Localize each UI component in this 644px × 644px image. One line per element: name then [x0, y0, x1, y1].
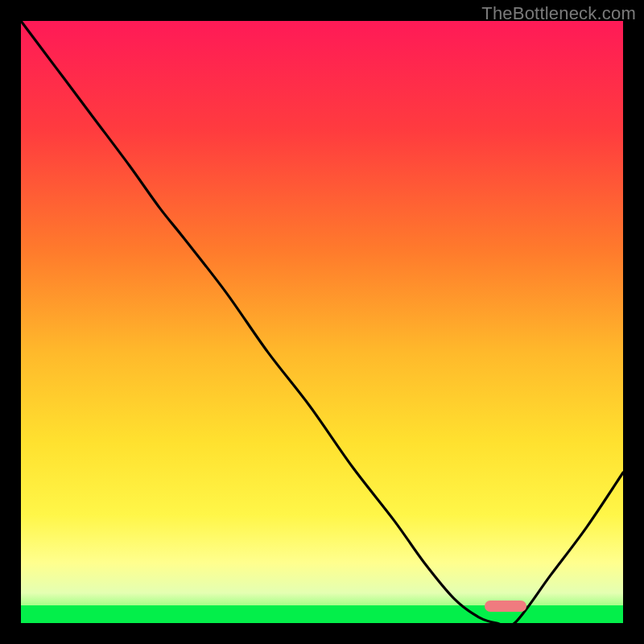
chart-plot-area — [21, 21, 623, 623]
chart-frame: TheBottleneck.com — [0, 0, 644, 644]
optimal-point-marker — [485, 601, 526, 612]
chart-line — [21, 21, 623, 623]
